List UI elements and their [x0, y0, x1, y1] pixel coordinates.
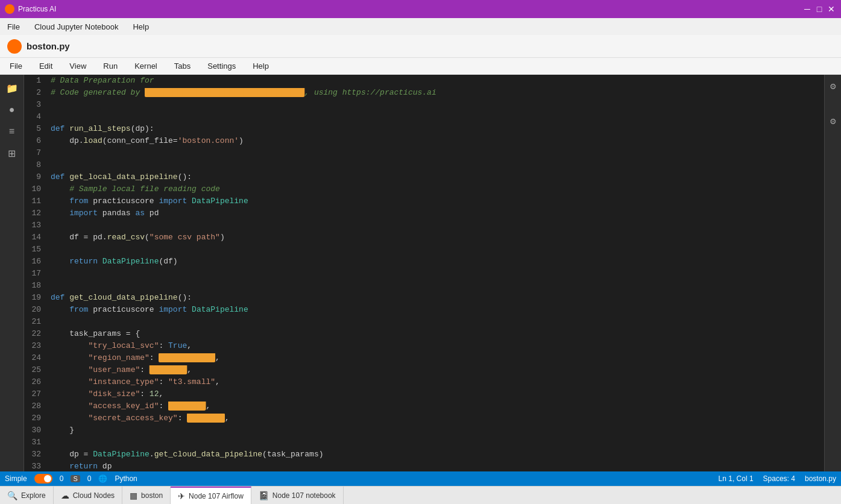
cloud-nodes-tab-icon: ☁: [61, 491, 69, 500]
notebookmenu-item-kernel[interactable]: Kernel: [132, 60, 160, 72]
code-line-14: 14 df = pd.read_csv("some csv path"): [24, 232, 824, 244]
code-line-13: 13: [24, 219, 824, 232]
file-titlebar: boston.py: [0, 35, 841, 58]
code-line-19: 19 def get_cloud_data_pipeline():: [24, 292, 824, 304]
editor-container: 1 # Data Preparation for 2 # Code genera…: [24, 75, 824, 471]
code-line-15: 15: [24, 244, 824, 256]
code-line-23: 23 "try_local_svc": True,: [24, 340, 824, 352]
minimize-button[interactable]: ─: [802, 4, 812, 14]
appmenu-item-cloud-jupyter-notebook[interactable]: Cloud Jupyter Notebook: [32, 21, 121, 33]
code-editor[interactable]: 1 # Data Preparation for 2 # Code genera…: [24, 75, 824, 471]
explore-tab[interactable]: 🔍 Explore: [0, 487, 54, 504]
code-line-31: 31: [24, 436, 824, 449]
gear-top-icon[interactable]: ⚙: [827, 80, 840, 93]
main-area: 📁 ● ≡ ⊞ 1 # Data Preparation for 2 # Cod…: [0, 75, 841, 471]
app-icon: [5, 4, 14, 14]
node107-airflow-tab-icon: ✈: [178, 491, 185, 501]
folder-icon[interactable]: 📁: [4, 80, 20, 96]
code-line-30: 30 }: [24, 424, 824, 436]
notebookmenu-item-edit[interactable]: Edit: [37, 60, 55, 72]
code-line-26: 26 "instance_type": "t3.small",: [24, 376, 824, 388]
code-line-28: 28 "access_key_id": ████████,: [24, 400, 824, 412]
file-logo-icon: [7, 39, 22, 54]
notebookmenu-item-run[interactable]: Run: [101, 60, 120, 72]
status-icon1: S: [71, 475, 80, 482]
app-menubar: FileCloud Jupyter NotebookHelp: [0, 18, 841, 35]
boston-tab-label: boston: [141, 491, 163, 500]
code-line-10: 10 # Sample local file reading code: [24, 183, 824, 195]
code-line-18: 18: [24, 280, 824, 292]
cloud-nodes-tab[interactable]: ☁ Cloud Nodes: [54, 487, 122, 504]
toggle-knob: [44, 475, 51, 482]
code-line-16: 16 return DataPipeline(df): [24, 256, 824, 268]
status-num2: 0: [87, 474, 92, 483]
code-line-22: 22 task_params = {: [24, 328, 824, 340]
notebookmenu-item-settings[interactable]: Settings: [205, 60, 238, 72]
status-num1: 0: [60, 474, 64, 483]
code-line-27: 27 "disk_size": 12,: [24, 388, 824, 400]
status-language: Python: [115, 474, 137, 483]
code-line-25: 25 "user_name": ████████,: [24, 364, 824, 376]
app-title: Practicus AI: [18, 5, 802, 13]
code-line-2: 2 # Code generated by ██████████████████…: [24, 87, 824, 99]
code-line-1: 1 # Data Preparation for: [24, 75, 824, 87]
statusbar: Simple 0 S 0 🌐 Python Ln 1, Col 1 Spaces…: [0, 471, 841, 486]
notebookmenu-item-view[interactable]: View: [67, 60, 89, 72]
code-line-11: 11 from practicuscore import DataPipelin…: [24, 195, 824, 207]
code-line-32: 32 dp = DataPipeline.get_cloud_data_pipe…: [24, 449, 824, 461]
status-toggle[interactable]: [34, 474, 52, 484]
bottom-tabbar: 🔍 Explore ☁ Cloud Nodes ▦ boston ✈ Node …: [0, 486, 841, 504]
status-position: Ln 1, Col 1: [719, 474, 754, 483]
node107-notebook-tab-label: Node 107 notebook: [272, 491, 336, 500]
boston-tab-icon: ▦: [130, 491, 137, 500]
notebookmenu-item-file[interactable]: File: [7, 60, 25, 72]
window-controls: ─ □ ✕: [802, 4, 836, 14]
status-filename: boston.py: [805, 474, 836, 483]
notebookmenu-item-tabs[interactable]: Tabs: [172, 60, 193, 72]
node107-airflow-tab-label: Node 107 Airflow: [189, 492, 244, 500]
explore-tab-label: Explore: [21, 491, 46, 500]
notebookmenu-item-help[interactable]: Help: [250, 60, 271, 72]
file-title: boston.py: [27, 41, 70, 51]
code-line-4: 4: [24, 111, 824, 123]
gear-bottom-icon[interactable]: ⚙: [827, 115, 840, 128]
notebook-menubar: FileEditViewRunKernelTabsSettingsHelp: [0, 58, 841, 75]
close-button[interactable]: ✕: [827, 4, 836, 14]
status-globe-icon: 🌐: [98, 474, 107, 483]
status-mode: Simple: [5, 474, 27, 483]
cloud-nodes-tab-label: Cloud Nodes: [73, 491, 115, 500]
node107-airflow-tab[interactable]: ✈ Node 107 Airflow: [171, 487, 251, 504]
puzzle-icon[interactable]: ⊞: [4, 145, 20, 162]
circle-icon[interactable]: ●: [4, 101, 20, 118]
boston-tab[interactable]: ▦ boston: [122, 487, 171, 504]
list-icon[interactable]: ≡: [4, 123, 20, 140]
explore-tab-icon: 🔍: [7, 491, 17, 500]
titlebar: Practicus AI ─ □ ✕: [0, 0, 841, 18]
code-line-9: 9 def get_local_data_pipeline():: [24, 171, 824, 183]
status-right: Ln 1, Col 1 Spaces: 4 boston.py: [719, 474, 836, 483]
node107-notebook-tab-icon: 📓: [259, 491, 269, 500]
code-line-5: 5 def run_all_steps(dp):: [24, 123, 824, 135]
toggle-pill[interactable]: [34, 474, 52, 484]
code-line-8: 8: [24, 159, 824, 171]
code-line-21: 21: [24, 316, 824, 328]
code-line-17: 17: [24, 268, 824, 280]
code-line-7: 7: [24, 147, 824, 159]
code-line-12: 12 import pandas as pd: [24, 207, 824, 219]
node107-notebook-tab[interactable]: 📓 Node 107 notebook: [251, 487, 344, 504]
appmenu-item-help[interactable]: Help: [130, 21, 151, 33]
appmenu-item-file[interactable]: File: [5, 21, 22, 33]
left-sidebar: 📁 ● ≡ ⊞: [0, 75, 24, 471]
maximize-button[interactable]: □: [814, 4, 824, 14]
code-line-33: 33 return dp: [24, 461, 824, 471]
status-spaces: Spaces: 4: [763, 474, 795, 483]
code-line-24: 24 "region_name": ████████████,: [24, 352, 824, 364]
code-line-29: 29 "secret_access_key": ████████,: [24, 412, 824, 424]
code-line-6: 6 dp.load(conn_conf_file='boston.conn'): [24, 135, 824, 147]
code-line-20: 20 from practicuscore import DataPipelin…: [24, 304, 824, 316]
code-line-3: 3: [24, 99, 824, 111]
right-sidebar: ⚙ ⚙: [824, 75, 841, 471]
